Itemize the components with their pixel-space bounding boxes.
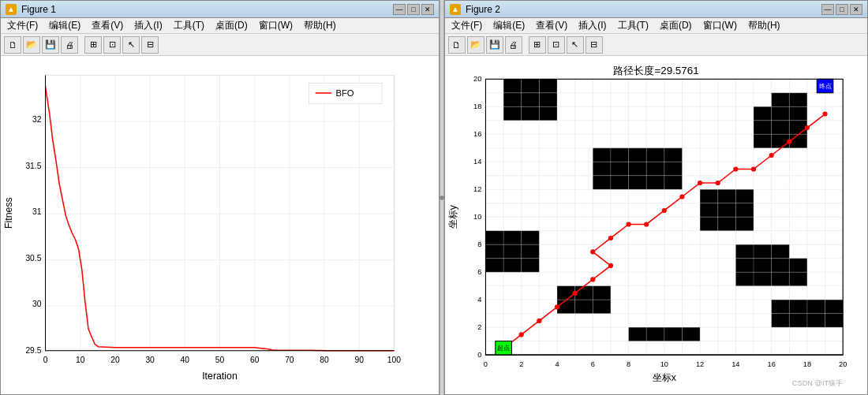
svg-text:14: 14	[731, 360, 739, 368]
figure2-toolbar: 🗋 📂 💾 🖨 ⊞ ⊡ ↖ ⊟	[445, 34, 867, 56]
svg-rect-91	[485, 244, 503, 258]
svg-rect-111	[557, 300, 575, 313]
figure1-toolbar: 🗋 📂 💾 🖨 ⊞ ⊡ ↖ ⊟	[1, 34, 439, 56]
figure1-brush-btn[interactable]: ⊟	[141, 36, 159, 54]
figure2-title-buttons[interactable]: — □ ✕	[821, 4, 862, 15]
svg-text:2: 2	[519, 360, 523, 368]
figure1-menu-edit[interactable]: 编辑(E)	[44, 18, 85, 33]
svg-text:坐标y: 坐标y	[447, 204, 458, 229]
svg-rect-85	[700, 217, 718, 230]
svg-text:2: 2	[477, 323, 481, 331]
figure1-print-btn[interactable]: 🖨	[61, 36, 78, 54]
figure2-menu-desktop[interactable]: 桌面(D)	[655, 18, 697, 33]
figure2-open-btn[interactable]: 📂	[467, 36, 485, 54]
svg-text:0: 0	[43, 356, 48, 364]
figure1-close-btn[interactable]: ✕	[421, 4, 434, 15]
svg-text:10: 10	[660, 360, 668, 368]
svg-text:8: 8	[477, 240, 481, 248]
svg-text:70: 70	[285, 356, 294, 364]
figure2-menu-insert[interactable]: 插入(I)	[574, 18, 611, 33]
svg-rect-121	[825, 314, 843, 327]
svg-rect-100	[735, 259, 754, 272]
svg-rect-110	[593, 286, 611, 300]
figure1-title: Figure 1	[21, 4, 56, 15]
svg-point-181	[733, 166, 738, 171]
figure1-window: ▲ Figure 1 — □ ✕ 文件(F) 编辑(E) 查看(V) 插入(I)…	[0, 0, 440, 395]
figure2-cursor-btn[interactable]: ↖	[567, 36, 584, 54]
figure1-menu-desktop[interactable]: 桌面(D)	[211, 18, 253, 33]
figure2-menu-help[interactable]: 帮助(H)	[743, 18, 785, 33]
figure1-title-buttons[interactable]: — □ ✕	[393, 4, 434, 15]
svg-rect-94	[735, 244, 754, 258]
svg-rect-71	[628, 162, 646, 175]
svg-rect-65	[611, 148, 629, 162]
svg-text:20: 20	[110, 356, 120, 364]
svg-text:30: 30	[32, 300, 42, 308]
svg-text:10: 10	[76, 356, 85, 364]
svg-rect-103	[789, 259, 807, 272]
figure1-new-btn[interactable]: 🗋	[4, 36, 21, 54]
svg-rect-76	[628, 176, 646, 189]
figure2-new-btn[interactable]: 🗋	[448, 36, 466, 54]
figure1-save-btn[interactable]: 💾	[42, 36, 59, 54]
svg-text:12: 12	[473, 185, 481, 193]
svg-rect-56	[772, 106, 790, 120]
svg-rect-97	[485, 259, 503, 272]
svg-point-169	[555, 304, 559, 309]
svg-rect-101	[754, 259, 772, 272]
svg-text:6: 6	[477, 268, 481, 276]
svg-rect-68	[664, 148, 683, 162]
figure1-menu-help[interactable]: 帮助(H)	[299, 18, 341, 33]
figure1-maximize-btn[interactable]: □	[407, 4, 420, 15]
svg-text:32: 32	[32, 115, 42, 124]
svg-text:6: 6	[591, 360, 595, 368]
svg-point-184	[787, 139, 791, 143]
figure2-menubar: 文件(F) 编辑(E) 查看(V) 插入(I) 工具(T) 桌面(D) 窗口(W…	[445, 18, 867, 34]
svg-rect-120	[807, 314, 825, 327]
svg-rect-52	[503, 106, 522, 120]
figure2-close-btn[interactable]: ✕	[850, 4, 862, 15]
figure2-print-btn[interactable]: 🖨	[505, 36, 522, 54]
figure1-menu-insert[interactable]: 插入(I)	[129, 18, 166, 33]
figure2-zoom-btn[interactable]: ⊞	[529, 36, 546, 54]
figure2-menu-view[interactable]: 查看(V)	[531, 18, 572, 33]
svg-rect-124	[664, 327, 683, 341]
svg-text:29.5: 29.5	[25, 346, 41, 355]
figure1-menu-window[interactable]: 窗口(W)	[254, 18, 297, 33]
figure2-plot-area: 路径长度=29.5761	[445, 56, 867, 394]
figure2-window: ▲ Figure 2 — □ ✕ 文件(F) 编辑(E) 查看(V) 插入(I)…	[444, 0, 868, 395]
svg-rect-102	[772, 259, 790, 272]
figure2-title-left: ▲ Figure 2	[450, 4, 500, 15]
svg-rect-86	[718, 217, 736, 230]
figure1-open-btn[interactable]: 📂	[23, 36, 40, 54]
figure2-menu-file[interactable]: 文件(F)	[447, 18, 487, 33]
figure2-menu-edit[interactable]: 编辑(E)	[488, 18, 529, 33]
figure2-menu-tools[interactable]: 工具(T)	[613, 18, 653, 33]
svg-rect-125	[682, 327, 700, 341]
svg-text:起点: 起点	[497, 345, 510, 352]
figure2-brush-btn[interactable]: ⊟	[586, 36, 603, 54]
svg-rect-89	[503, 231, 522, 244]
figure1-zoom-btn[interactable]: ⊞	[84, 36, 102, 54]
figure1-menu-file[interactable]: 文件(F)	[2, 18, 43, 33]
figure1-cursor-btn[interactable]: ↖	[122, 36, 140, 54]
figure1-menu-view[interactable]: 查看(V)	[87, 18, 128, 33]
figure2-save-btn[interactable]: 💾	[486, 36, 503, 54]
svg-rect-113	[593, 300, 611, 313]
svg-rect-47	[503, 93, 522, 106]
figure2-minimize-btn[interactable]: —	[821, 4, 834, 15]
figure2-pan-btn[interactable]: ⊡	[548, 36, 565, 54]
svg-text:90: 90	[355, 356, 365, 364]
svg-rect-123	[646, 327, 664, 341]
figure1-menu-tools[interactable]: 工具(T)	[169, 18, 209, 33]
svg-rect-61	[754, 134, 772, 147]
svg-rect-58	[754, 121, 772, 134]
figure1-minimize-btn[interactable]: —	[393, 4, 406, 15]
svg-rect-99	[522, 259, 540, 272]
figure2-maximize-btn[interactable]: □	[836, 4, 848, 15]
svg-text:40: 40	[181, 356, 190, 364]
figure2-menu-window[interactable]: 窗口(W)	[698, 18, 742, 33]
figure1-pan-btn[interactable]: ⊡	[103, 36, 121, 54]
svg-text:31: 31	[32, 207, 42, 216]
svg-text:终点: 终点	[818, 83, 831, 90]
